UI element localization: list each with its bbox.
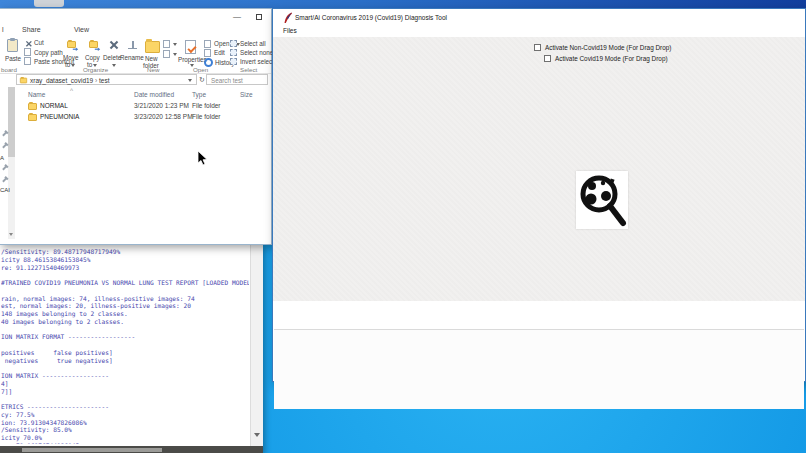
diagnosis-tool-window[interactable]: Smart/Ai Coronavirus 2019 (Covid19) Diag… bbox=[272, 8, 806, 382]
dropdown-caret-icon bbox=[173, 43, 177, 46]
copy-arrow-icon bbox=[95, 47, 100, 52]
column-date-modified[interactable]: Date modified bbox=[134, 91, 174, 98]
mouse-cursor bbox=[197, 150, 208, 166]
tab-view[interactable]: View bbox=[74, 26, 89, 33]
diagnosis-titlebar[interactable]: Smart/Ai Coronavirus 2019 (Covid19) Diag… bbox=[273, 9, 805, 26]
desktop-top-strip bbox=[0, 0, 806, 8]
ribbon-group-labels: board Organize New Open Select bbox=[0, 66, 271, 74]
group-new-label: New bbox=[147, 66, 159, 73]
minimize-button[interactable]: — bbox=[228, 11, 246, 23]
checkbox-label: Activate Covid19 Mode (For Drag Drop) bbox=[555, 55, 668, 62]
pin-icon bbox=[2, 165, 7, 170]
nav-item-fragment[interactable]: CAI bbox=[0, 187, 10, 193]
address-bar[interactable]: xray_dataset_covid19 › test bbox=[16, 74, 197, 85]
cut-icon bbox=[25, 40, 31, 46]
file-explorer-window[interactable]: — l Share View Paste Cut Copy path Paste… bbox=[0, 8, 272, 245]
breadcrumb-segment[interactable]: xray_dataset_covid19 bbox=[30, 77, 93, 84]
delete-icon bbox=[109, 40, 118, 49]
window-title: Smart/Ai Coronavirus 2019 (Covid19) Diag… bbox=[295, 14, 447, 21]
checkbox-row-noncovid[interactable]: Activate Non-Covid19 Mode (For Drag Drop… bbox=[534, 44, 671, 53]
checkbox-label: Activate Non-Covid19 Mode (For Drag Drop… bbox=[545, 44, 671, 51]
select-all-icon bbox=[230, 40, 237, 47]
breadcrumb[interactable]: xray_dataset_covid19 › test bbox=[30, 77, 110, 84]
maximize-button[interactable] bbox=[250, 11, 268, 23]
nav-item-fragment[interactable]: A bbox=[0, 155, 4, 161]
group-open-label: Open bbox=[193, 66, 208, 73]
checkbox-noncovid-mode[interactable] bbox=[534, 44, 541, 51]
ribbon-tabs: l Share View bbox=[0, 25, 271, 37]
file-row-pneumonia[interactable]: PNEUMONIA 3/23/2020 12:58 PM File folder bbox=[0, 112, 271, 123]
drop-zone-panel[interactable] bbox=[274, 329, 804, 409]
breadcrumb-separator: › bbox=[95, 77, 97, 84]
pin-icon bbox=[2, 131, 7, 136]
navigation-pane-scrollbar[interactable] bbox=[8, 87, 15, 239]
address-bar-row: xray_dataset_covid19 › test ↻ Search tes… bbox=[0, 74, 271, 86]
folder-icon bbox=[28, 103, 37, 110]
breadcrumb-segment[interactable]: test bbox=[99, 77, 109, 84]
file-list-header: Name ^ Date modified Type Size bbox=[0, 89, 271, 99]
checkbox-covid-mode[interactable] bbox=[544, 55, 551, 62]
checkbox-row-covid[interactable]: Activate Covid19 Mode (For Drag Drop) bbox=[544, 55, 668, 64]
new-folder-icon bbox=[145, 41, 160, 53]
tab-share[interactable]: Share bbox=[22, 26, 41, 33]
move-arrow-icon bbox=[73, 47, 78, 52]
tk-feather-icon bbox=[283, 12, 293, 24]
explorer-titlebar[interactable]: — bbox=[0, 9, 271, 25]
pin-icon bbox=[2, 143, 7, 148]
file-row-normal[interactable]: NORMAL 3/21/2020 1:23 PM File folder bbox=[0, 101, 271, 112]
virus-magnifier-image bbox=[576, 171, 628, 229]
new-item-icon bbox=[163, 40, 170, 48]
diagnosis-menubar: Files bbox=[273, 26, 805, 37]
paste-icon bbox=[7, 39, 18, 52]
scrollbar-thumb[interactable] bbox=[22, 448, 162, 452]
sort-ascending-icon: ^ bbox=[70, 87, 73, 94]
group-select-label: Select bbox=[240, 66, 257, 73]
console-vertical-scrollbar[interactable] bbox=[250, 245, 263, 446]
python-console-window[interactable]: /Sensitivity: 89.48717948717949% icity 8… bbox=[0, 245, 263, 453]
address-folder-icon bbox=[20, 78, 27, 84]
menu-files[interactable]: Files bbox=[283, 27, 297, 34]
pin-icon bbox=[2, 177, 7, 182]
rename-icon bbox=[128, 41, 137, 49]
maximize-icon bbox=[256, 14, 262, 20]
properties-icon bbox=[185, 40, 196, 54]
folder-icon bbox=[28, 114, 37, 121]
invert-selection-icon bbox=[230, 58, 237, 65]
select-none-icon bbox=[230, 49, 237, 56]
console-output: /Sensitivity: 89.48717948717949% icity 8… bbox=[1, 248, 249, 444]
console-horizontal-scrollbar[interactable] bbox=[0, 446, 263, 453]
refresh-icon[interactable]: ↻ bbox=[199, 76, 205, 84]
virus-search-icon bbox=[576, 171, 628, 229]
address-dropdown-icon[interactable] bbox=[188, 79, 192, 82]
diagnosis-content-area[interactable]: Activate Non-Covid19 Mode (For Drag Drop… bbox=[273, 37, 805, 301]
dropdown-caret-icon bbox=[173, 53, 177, 56]
column-type[interactable]: Type bbox=[192, 91, 206, 98]
copy-path-icon bbox=[24, 48, 31, 56]
paste-shortcut-icon bbox=[24, 57, 31, 65]
search-input[interactable]: Search test bbox=[206, 74, 268, 85]
open-icon bbox=[204, 40, 211, 48]
easy-access-icon bbox=[163, 50, 170, 58]
group-organize-label: Organize bbox=[83, 66, 108, 73]
column-name[interactable]: Name bbox=[28, 91, 45, 98]
edit-icon bbox=[204, 49, 211, 57]
scroll-down-icon[interactable] bbox=[254, 433, 260, 437]
scroll-down-icon[interactable] bbox=[9, 233, 13, 236]
tab-clipped-fragment[interactable]: l bbox=[2, 26, 4, 33]
column-size[interactable]: Size bbox=[240, 91, 253, 98]
group-clipboard-label: board bbox=[1, 66, 17, 73]
offscreen-window-edge bbox=[34, 0, 64, 7]
scrollbar-thumb[interactable] bbox=[8, 87, 15, 157]
